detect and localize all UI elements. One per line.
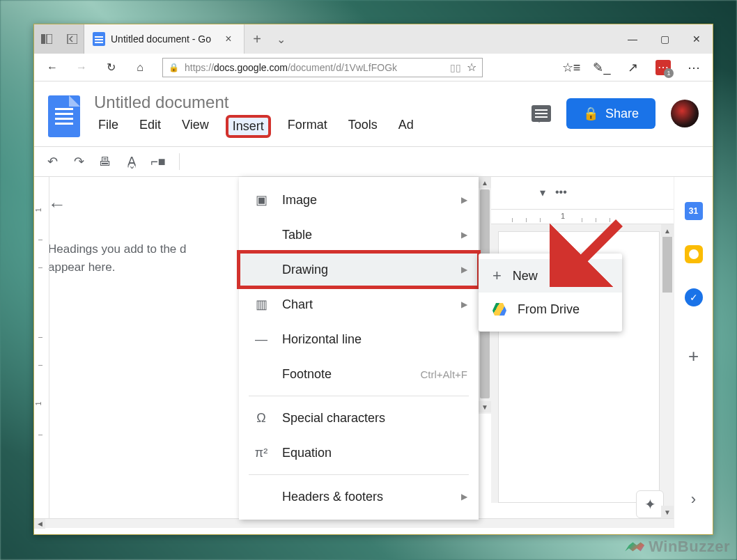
drawing-from-drive[interactable]: From Drive [479, 293, 622, 326]
extension-count: 1 [664, 68, 674, 78]
scroll-up-icon[interactable]: ▲ [661, 224, 674, 237]
toolbar-more-icon[interactable]: ••• [555, 186, 567, 199]
document-title[interactable]: Untitled document [94, 93, 518, 112]
vertical-ruler: 1 1 [34, 177, 49, 528]
menu-view[interactable]: View [178, 115, 213, 138]
tab-actions-button[interactable] [34, 24, 59, 54]
toolbar-separator [179, 153, 180, 170]
docs-toolbar: ↶ ↷ 🖶 A̬ ⌐■ [34, 146, 713, 177]
close-window-button[interactable]: ✕ [681, 24, 713, 54]
insert-footnote[interactable]: Footnote Ctrl+Alt+F [239, 357, 479, 391]
account-avatar[interactable] [671, 100, 699, 127]
scroll-down-icon[interactable]: ▼ [479, 401, 491, 412]
docs-logo-icon[interactable] [48, 95, 80, 137]
calendar-addon-icon[interactable]: 31 [685, 202, 703, 220]
watermark-text: WinBuzzer [649, 538, 730, 556]
submenu-arrow-icon: ▶ [461, 492, 467, 501]
ruler-mark: 1 [35, 208, 42, 212]
tab-title: Untitled document - Go [111, 33, 216, 45]
nav-forward-button[interactable]: → [69, 56, 94, 79]
header-right: 🔒 Share [532, 98, 699, 129]
menu-label: Horizontal line [282, 332, 362, 347]
menu-format[interactable]: Format [284, 115, 332, 138]
insert-dropdown: ▣ Image ▶ Table ▶ Drawing ▶ ▥ Chart [239, 177, 479, 520]
maximize-button[interactable]: ▢ [649, 24, 681, 54]
plus-icon: + [492, 267, 502, 285]
insert-special-characters[interactable]: Ω Special characters [239, 400, 479, 435]
favorite-star-icon[interactable]: ☆ [467, 61, 476, 74]
share-button[interactable]: 🔒 Share [566, 98, 655, 129]
new-tab-button[interactable]: + [245, 24, 270, 54]
redo-button[interactable]: ↷ [70, 154, 87, 169]
scroll-up-icon[interactable]: ▲ [479, 177, 491, 188]
scroll-thumb[interactable] [662, 237, 672, 293]
ruler-tick [38, 267, 42, 268]
home-button[interactable]: ⌂ [127, 56, 153, 79]
tasks-addon-icon[interactable]: ✓ [685, 288, 703, 306]
menu-insert[interactable]: Insert [226, 115, 271, 138]
menu-edit[interactable]: Edit [135, 115, 165, 138]
url-input[interactable]: 🔒 https://docs.google.com/document/d/1Vw… [162, 58, 483, 77]
chart-icon: ▥ [253, 297, 270, 312]
nav-back-button[interactable]: ← [40, 56, 65, 79]
vertical-scrollbar[interactable]: ▲ [661, 224, 674, 517]
browser-titlebar: Untitled document - Go × + ⌄ — ▢ ✕ [34, 24, 713, 54]
undo-button[interactable]: ↶ [44, 154, 61, 169]
spellcheck-button[interactable]: A̬ [123, 154, 140, 169]
menu-file[interactable]: File [94, 115, 123, 138]
tab-close-button[interactable]: × [222, 33, 235, 45]
comments-icon[interactable] [532, 105, 551, 122]
submenu-arrow-icon: ▶ [461, 230, 467, 240]
minimize-button[interactable]: — [616, 24, 649, 54]
reading-view-icon[interactable]: ▯▯ [450, 62, 461, 73]
submenu-arrow-icon: ▶ [461, 195, 467, 205]
scroll-down-button[interactable]: ▼ [661, 506, 674, 518]
insert-chart[interactable]: ▥ Chart ▶ [239, 287, 479, 322]
hide-sidepanel-button[interactable]: › [691, 490, 696, 508]
browser-tab[interactable]: Untitled document - Go × [84, 24, 245, 54]
outline-back-button[interactable]: ← [48, 194, 222, 215]
side-panel: 31 ✓ + › [674, 177, 713, 528]
more-button[interactable]: ⋯ [681, 60, 707, 75]
paint-format-button[interactable]: ⌐■ [150, 155, 166, 169]
menu-addons[interactable]: Ad [394, 115, 418, 138]
docs-header: Untitled document File Edit View Insert … [34, 81, 713, 138]
menu-label: Equation [282, 446, 332, 460]
toolbar-dropdown-icon[interactable]: ▾ [540, 186, 545, 199]
window-controls: — ▢ ✕ [616, 24, 713, 54]
horizontal-scrollbar[interactable]: ◀ [34, 518, 674, 528]
lock-icon: 🔒 [169, 63, 179, 72]
browser-window: Untitled document - Go × + ⌄ — ▢ ✕ ← → ↻… [33, 24, 713, 535]
content-row: 1 1 ← Headings you add to the d appear h… [34, 177, 713, 528]
menu-tools[interactable]: Tools [344, 115, 382, 138]
insert-image[interactable]: ▣ Image ▶ [239, 182, 479, 217]
title-and-menu: Untitled document File Edit View Insert … [94, 93, 518, 138]
keep-addon-icon[interactable] [685, 245, 703, 263]
menu-label: Image [282, 193, 317, 208]
outline-hint-text: Headings you add to the d appear here. [48, 240, 222, 276]
favorites-button[interactable]: ☆≡ [558, 60, 584, 75]
insert-headers-footers[interactable]: Headers & footers ▶ [239, 479, 479, 514]
print-button[interactable]: 🖶 [97, 155, 114, 169]
notes-button[interactable]: ✎_ [589, 60, 615, 75]
annotation-arrow-icon [550, 217, 633, 287]
extension-button[interactable]: ⋯1 [650, 60, 676, 75]
ruler-tick [38, 240, 42, 240]
svg-rect-0 [41, 34, 45, 44]
scroll-left-icon[interactable]: ◀ [34, 519, 45, 529]
menu-label: Drawing [282, 263, 328, 277]
tabs-dropdown-button[interactable]: ⌄ [270, 24, 292, 54]
insert-drawing[interactable]: Drawing ▶ [239, 252, 479, 287]
insert-horizontal-line[interactable]: — Horizontal line [239, 322, 479, 357]
omega-icon: Ω [253, 411, 270, 426]
set-tabs-aside-button[interactable] [59, 24, 84, 54]
get-addons-button[interactable]: + [688, 345, 699, 367]
submenu-arrow-icon: ▶ [461, 265, 467, 274]
refresh-button[interactable]: ↻ [98, 56, 123, 79]
menu-label: Chart [282, 297, 313, 312]
insert-table[interactable]: Table ▶ [239, 217, 479, 252]
share-page-button[interactable]: ↗ [619, 60, 646, 75]
ruler-tick [38, 337, 42, 338]
insert-equation[interactable]: π² Equation [239, 435, 479, 470]
explore-button[interactable]: ✦ [636, 490, 664, 518]
